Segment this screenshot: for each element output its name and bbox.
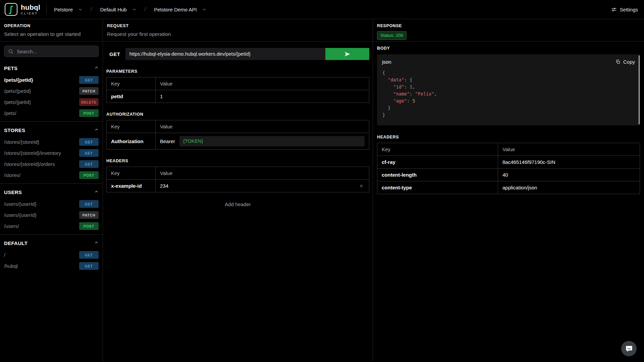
method-badge: POST <box>79 222 99 230</box>
sidebar-group-header[interactable]: DEFAULT <box>0 237 103 249</box>
sidebar-body: PETS/pets/{petId}GET/pets/{petId}PATCH/p… <box>0 42 103 274</box>
status-badge: Status: 200 <box>377 31 407 40</box>
breadcrumb: Petstore / Default Hub / Petstore Demo A… <box>54 6 207 12</box>
code-line: "id": 1, <box>382 83 635 90</box>
sidebar-group-header[interactable]: USERS <box>0 186 103 198</box>
sidebar-operation-item[interactable]: /pets/{petId}DELETE <box>0 97 103 108</box>
sidebar-operation-item[interactable]: /users/{userId}PATCH <box>0 209 103 221</box>
table-row: content-typeapplication/json <box>377 181 640 194</box>
sidebar-group-label: DEFAULT <box>4 240 28 246</box>
sidebar-operation-item[interactable]: /pets/{petId}PATCH <box>0 85 103 97</box>
column-key: Key <box>107 77 156 90</box>
breadcrumb-workspace-label: Petstore <box>54 7 73 12</box>
response-headers-table: Key Value cf-ray8ac465146f97190c-SINcont… <box>377 143 640 194</box>
row-key[interactable]: petId <box>107 90 156 103</box>
parameters-table: Key Value petId1 <box>106 77 369 103</box>
code-line: "name": "Felix", <box>382 90 635 98</box>
method-badge: POST <box>79 171 99 179</box>
sidebar-operation-item[interactable]: /pets/POST <box>0 108 103 119</box>
breadcrumb-hub[interactable]: Default Hub <box>100 7 136 12</box>
authorization-title: AUTHORIZATION <box>106 112 369 117</box>
row-key: content-length <box>377 169 498 181</box>
send-request-button[interactable] <box>325 48 369 60</box>
row-value-cell[interactable]: 1 <box>156 90 369 103</box>
column-value: Value <box>156 167 369 180</box>
code-line: } <box>382 112 635 119</box>
sidebar-operation-item[interactable]: /stores/{storeId}/ordersGET <box>0 159 103 170</box>
response-title: RESPONSE <box>377 23 640 28</box>
row-key[interactable]: x-example-id <box>107 180 156 192</box>
sidebar-group-label: PETS <box>4 65 17 71</box>
breadcrumb-api[interactable]: Petstore Demo API <box>154 7 207 12</box>
sidebar-group-label: USERS <box>4 189 22 195</box>
method-badge: GET <box>79 160 99 168</box>
column-value: Value <box>498 143 640 156</box>
column-value: Value <box>156 77 369 90</box>
method-badge: PATCH <box>79 211 99 219</box>
topbar-divider <box>46 4 47 15</box>
sidebar-operation-item[interactable]: /pets/{petId}GET <box>0 74 103 85</box>
breadcrumb-separator: / <box>91 6 92 12</box>
auth-value-cell: Bearer <box>156 133 369 149</box>
sidebar-operation-item[interactable]: /GET <box>0 249 103 260</box>
sidebar-group-header[interactable]: PETS <box>0 62 103 74</box>
sidebar-group: USERS/users/{userId}GET/users/{userId}PA… <box>0 183 103 234</box>
copy-button[interactable]: Copy <box>615 59 635 65</box>
app-logo[interactable]: ∫ hubql CLIENT <box>5 3 40 16</box>
sidebar-operation-item[interactable]: /hubqlGET <box>0 260 103 272</box>
sidebar-operation-item[interactable]: /stores/{storeId}/inventoryGET <box>0 147 103 159</box>
response-headers-title: HEADERS <box>377 135 640 139</box>
operation-path: /users/{userId} <box>4 212 37 218</box>
chevron-down-icon <box>132 7 137 12</box>
sidebar-operation-item[interactable]: /users/{userId}GET <box>0 198 103 209</box>
row-key: cf-ray <box>377 156 498 169</box>
settings-button[interactable]: Settings <box>611 7 638 12</box>
table-row: petId1 <box>107 90 369 103</box>
auth-scheme-label: Bearer <box>160 138 175 144</box>
sidebar-operation-item[interactable]: /users/POST <box>0 221 103 232</box>
hubql-logo-icon: ∫ <box>5 3 17 16</box>
code-scrollbar[interactable] <box>639 55 640 124</box>
row-value-cell: 40 <box>498 169 640 181</box>
body-format-label: json <box>382 59 391 65</box>
code-line: "age": 5 <box>382 98 635 105</box>
chevron-up-icon <box>94 127 99 133</box>
auth-key[interactable]: Authorization <box>107 133 156 149</box>
sidebar-operation-item[interactable]: /stores/POST <box>0 170 103 181</box>
operation-path: /stores/ <box>4 172 20 178</box>
chevron-down-icon <box>202 7 207 12</box>
logo-subtitle: CLIENT <box>21 12 40 15</box>
operation-path: /pets/ <box>4 110 16 116</box>
sidebar-group-label: STORES <box>4 127 25 133</box>
sidebar-operation-item[interactable]: /stores/{storeId}GET <box>0 136 103 147</box>
auth-value: Bearer <box>160 136 365 146</box>
row-value: 234✕ <box>160 183 365 189</box>
adjustments-icon <box>611 7 617 12</box>
remove-header-button[interactable]: ✕ <box>358 183 365 189</box>
parameters-title: PARAMETERS <box>106 69 369 74</box>
url-input[interactable] <box>125 48 325 60</box>
add-header-button[interactable]: Add header <box>106 201 369 207</box>
table-row: cf-ray8ac465146f97190c-SIN <box>377 156 640 169</box>
sidebar-group: STORES/stores/{storeId}GET/stores/{store… <box>0 121 103 183</box>
method-badge: GET <box>79 262 99 270</box>
copy-icon <box>615 59 621 64</box>
row-key: content-type <box>377 181 498 194</box>
method-badge: GET <box>79 76 99 84</box>
search-input[interactable] <box>17 49 95 54</box>
search-box <box>4 46 99 57</box>
table-header-row: Key Value <box>107 120 369 133</box>
token-input[interactable] <box>179 136 365 146</box>
copy-label: Copy <box>623 59 635 65</box>
code-line: } <box>382 105 635 112</box>
operation-path: /pets/{petId} <box>4 99 31 105</box>
request-title: REQUEST <box>107 23 369 28</box>
sidebar-group-header[interactable]: STORES <box>0 124 103 136</box>
breadcrumb-workspace[interactable]: Petstore <box>54 7 83 12</box>
column-key: Key <box>107 120 156 133</box>
sidebar-header: OPERATION Select an operation to get sta… <box>0 19 103 42</box>
logo-title: hubql <box>21 4 40 11</box>
column-key: Key <box>107 167 156 180</box>
row-value-cell[interactable]: 234✕ <box>156 180 369 192</box>
chat-widget-button[interactable] <box>621 341 637 356</box>
